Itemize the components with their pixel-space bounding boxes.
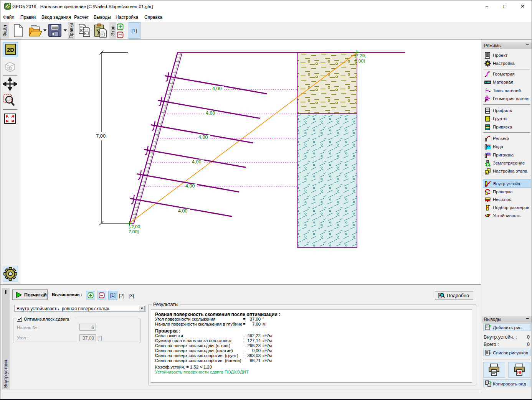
svg-text:1: 1 <box>486 171 488 174</box>
svg-text:0,00]: 0,00] <box>355 58 365 64</box>
svg-text:[-2,00;: [-2,00; <box>129 224 141 229</box>
svg-text:7,00]: 7,00] <box>129 229 139 234</box>
svg-text:3D: 3D <box>6 66 12 71</box>
svg-text:7,00: 7,00 <box>96 133 106 139</box>
svg-text:4,00: 4,00 <box>206 110 215 116</box>
svg-text:4,00: 4,00 <box>212 86 221 91</box>
svg-text:[7,29;: [7,29; <box>355 53 366 58</box>
svg-text:4,00: 4,00 <box>185 183 195 189</box>
svg-text:4,00: 4,00 <box>192 159 201 165</box>
svg-text:2D: 2D <box>7 46 14 53</box>
svg-text:4,00: 4,00 <box>198 135 208 140</box>
svg-text:4,00: 4,00 <box>178 208 187 214</box>
